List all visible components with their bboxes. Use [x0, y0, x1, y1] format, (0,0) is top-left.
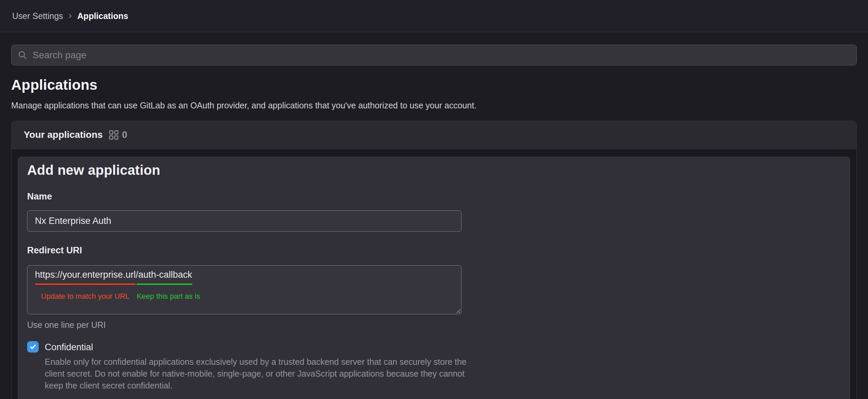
redirect-uri-value: https://your.enterprise.url Update to ma…: [35, 270, 454, 285]
applications-panel: Your applications 0 Add new application …: [11, 121, 857, 399]
confidential-help-text: Enable only for confidential application…: [45, 356, 471, 392]
breadcrumb-current-applications: Applications: [77, 11, 128, 21]
search-bar: [11, 45, 857, 65]
chevron-right-icon: ›: [68, 10, 72, 20]
redirect-uri-textarea[interactable]: https://your.enterprise.url Update to ma…: [27, 265, 461, 314]
applications-grid-icon: [109, 130, 119, 140]
add-application-card: Add new application Name Redirect URI ht…: [18, 157, 850, 399]
confidential-checkbox[interactable]: [27, 341, 39, 353]
url-host-text: https://your.enterprise.url: [35, 270, 136, 284]
url-segment-host: https://your.enterprise.url Update to ma…: [35, 270, 136, 285]
textarea-resize-handle[interactable]: [455, 308, 460, 313]
checkmark-icon: [29, 343, 37, 351]
main-content: Applications Manage applications that ca…: [0, 32, 868, 399]
breadcrumb-link-user-settings[interactable]: User Settings: [12, 11, 63, 21]
page-description: Manage applications that can use GitLab …: [11, 101, 857, 110]
red-underline: [35, 284, 136, 285]
green-underline: [137, 284, 192, 285]
page-title: Applications: [11, 77, 857, 93]
confidential-row: Confidential: [27, 341, 841, 353]
red-annotation: Update to match your URL: [41, 292, 129, 301]
add-application-title: Add new application: [27, 163, 841, 178]
panel-title: Your applications: [24, 129, 103, 140]
redirect-uri-label: Redirect URI: [27, 245, 841, 256]
breadcrumb: User Settings › Applications: [0, 0, 868, 32]
search-input[interactable]: [11, 45, 857, 65]
name-input[interactable]: [27, 210, 461, 232]
uri-help-text: Use one line per URI: [27, 320, 841, 330]
confidential-label[interactable]: Confidential: [45, 341, 93, 353]
applications-panel-header: Your applications 0: [12, 121, 856, 149]
applications-count-badge: 0: [122, 129, 127, 140]
url-path-text: /auth-callback: [136, 270, 192, 284]
url-segment-path: /auth-callback Keep this part as is: [136, 270, 192, 285]
name-label: Name: [27, 191, 841, 202]
green-annotation: Keep this part as is: [137, 292, 200, 301]
